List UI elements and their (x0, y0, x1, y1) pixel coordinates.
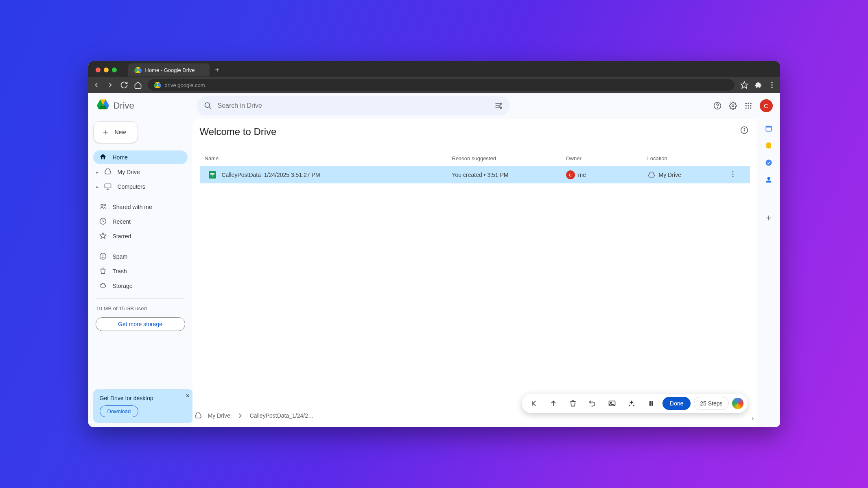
sidebar-item-computers[interactable]: ▸ Computers (93, 180, 188, 194)
sidebar-item-label: Storage (113, 283, 133, 289)
sidebar-item-my-drive[interactable]: ▸ My Drive (93, 165, 188, 179)
search-input[interactable] (218, 102, 489, 109)
sidebar-item-shared[interactable]: Shared with me (93, 200, 188, 214)
sidebar-item-recent[interactable]: Recent (93, 215, 188, 229)
search-bar[interactable] (197, 96, 510, 115)
up-button[interactable] (545, 395, 562, 412)
google-apps-icon[interactable] (744, 102, 752, 110)
browser-tab[interactable]: Home - Google Drive (128, 63, 210, 76)
minimize-window-button[interactable] (104, 68, 109, 72)
sidebar-item-label: Shared with me (113, 204, 152, 210)
location-drive-icon (647, 171, 656, 179)
plus-icon (102, 128, 110, 136)
svg-point-19 (717, 107, 717, 108)
sidebar-item-storage[interactable]: Storage (93, 279, 188, 293)
breadcrumb-current[interactable]: CalleyPostData_1/24/2… (250, 412, 314, 419)
search-options-icon[interactable] (494, 102, 503, 110)
svg-marker-30 (105, 169, 111, 174)
svg-point-32 (101, 204, 103, 206)
new-tab-button[interactable]: + (215, 66, 220, 74)
sidebar-item-label: Trash (113, 268, 127, 274)
table-header: Name Reason suggested Owner Location (200, 152, 750, 165)
sidebar-item-label: Recent (113, 218, 131, 225)
sidebar-item-label: My Drive (118, 169, 140, 175)
breadcrumb: My Drive CalleyPostData_1/24/2… (192, 412, 314, 420)
steps-button[interactable]: 25 Steps (694, 397, 728, 410)
tasks-addon-icon[interactable] (765, 159, 773, 167)
expand-chevron-icon[interactable]: ▸ (96, 185, 101, 189)
sidebar-item-label: Spam (113, 253, 128, 260)
bookmark-star-icon[interactable] (740, 81, 748, 89)
drive-logo[interactable]: Drive (96, 98, 189, 114)
row-more-button[interactable] (729, 170, 745, 179)
home-button[interactable] (134, 81, 142, 89)
owner-avatar: c (566, 170, 575, 179)
breadcrumb-root[interactable]: My Drive (208, 412, 230, 419)
new-button-label: New (115, 129, 126, 135)
svg-point-43 (732, 176, 733, 177)
calendar-addon-icon[interactable] (765, 124, 773, 133)
col-location: Location (647, 155, 729, 161)
extensions-icon[interactable] (754, 81, 762, 89)
svg-point-17 (500, 107, 501, 108)
sidebar-item-home[interactable]: Home (93, 150, 188, 164)
pause-button[interactable] (643, 395, 659, 412)
url-bar-right (740, 81, 776, 89)
sheets-file-icon (209, 171, 216, 179)
download-button[interactable]: Download (100, 405, 139, 417)
add-addon-button[interactable] (765, 214, 773, 222)
svg-point-24 (745, 105, 746, 106)
close-window-button[interactable] (96, 68, 101, 72)
blur-button[interactable] (623, 395, 640, 412)
address-bar[interactable]: drive.google.com (148, 79, 735, 91)
table-row[interactable]: CalleyPostData_1/24/2025 3:51:27 PM You … (200, 166, 750, 183)
recorder-brand-icon[interactable] (732, 398, 743, 409)
spam-icon (99, 252, 107, 261)
svg-point-16 (498, 105, 500, 106)
col-reason: Reason suggested (452, 155, 566, 161)
close-card-button[interactable]: × (186, 392, 190, 400)
svg-point-20 (732, 105, 734, 107)
back-button[interactable] (92, 81, 101, 89)
svg-point-41 (732, 171, 733, 172)
location-cell[interactable]: My Drive (647, 171, 729, 179)
go-to-start-button[interactable] (526, 395, 542, 412)
undo-button[interactable] (584, 395, 601, 412)
keep-addon-icon[interactable] (765, 142, 773, 150)
done-button[interactable]: Done (662, 397, 691, 410)
browser-menu-icon[interactable] (768, 81, 776, 89)
sidebar-item-spam[interactable]: Spam (93, 250, 188, 264)
expand-side-panel-button[interactable]: › (752, 415, 754, 422)
sidebar-item-trash[interactable]: Trash (93, 264, 188, 278)
maximize-window-button[interactable] (112, 68, 117, 72)
svg-point-26 (750, 105, 751, 106)
main-content: Welcome to Drive Name Reason suggested O… (192, 119, 757, 427)
window-controls (92, 68, 121, 72)
new-button[interactable]: New (93, 121, 138, 143)
drive-header: Drive C (88, 93, 780, 119)
get-drive-desktop-card: × Get Drive for desktop Download (93, 389, 193, 423)
help-icon[interactable] (713, 102, 722, 110)
forward-button[interactable] (106, 81, 114, 89)
settings-gear-icon[interactable] (729, 102, 737, 110)
shared-icon (99, 203, 107, 212)
info-button[interactable] (740, 126, 748, 136)
floating-action-bar: Done 25 Steps (522, 394, 748, 413)
trash-icon (99, 267, 107, 276)
reload-button[interactable] (120, 81, 128, 89)
get-more-storage-button[interactable]: Get more storage (96, 317, 185, 331)
delete-button[interactable] (565, 395, 581, 412)
star-icon (99, 232, 107, 241)
image-button[interactable] (604, 395, 620, 412)
owner-name: me (578, 172, 586, 178)
expand-chevron-icon[interactable]: ▸ (96, 170, 101, 174)
drive-logo-icon (96, 98, 110, 112)
sidebar-item-starred[interactable]: Starred (93, 229, 188, 243)
app-body: New Home ▸ My Drive ▸ Computers Shared w… (88, 119, 780, 427)
reason-cell: You created • 3:51 PM (452, 172, 566, 178)
svg-marker-6 (741, 82, 748, 89)
drive-favicon-icon (134, 66, 142, 74)
account-avatar[interactable]: C (760, 99, 773, 112)
svg-marker-40 (648, 172, 654, 177)
contacts-addon-icon[interactable] (765, 176, 773, 184)
